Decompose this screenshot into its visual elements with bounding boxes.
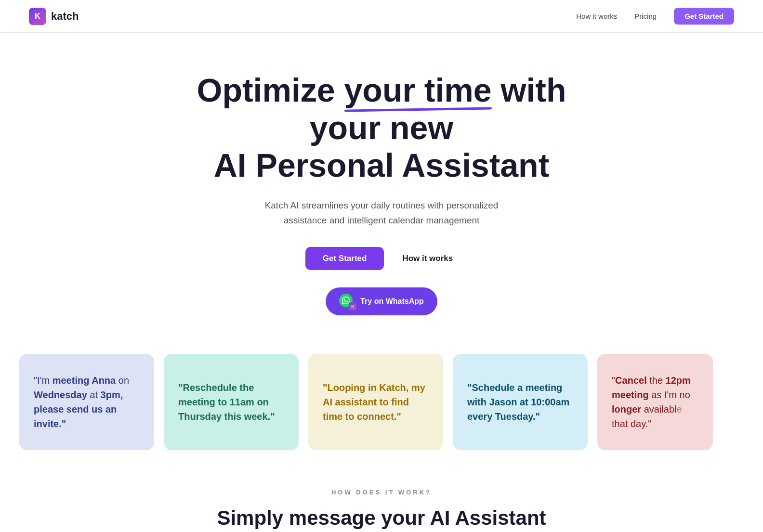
whatsapp-icon-wrapper: K (339, 294, 355, 309)
how-section-title: Simply message your AI Assistant and let… (213, 506, 550, 532)
hero-title-line2: AI Personal Assistant (214, 147, 550, 183)
hero-get-started-button[interactable]: Get Started (305, 247, 384, 270)
hero-section: Optimize your time with your new AI Pers… (0, 33, 763, 344)
feature-card-1-text: "I'm meeting Anna on Wednesday at 3pm, p… (34, 373, 140, 431)
hero-how-it-works-button[interactable]: How it works (397, 247, 458, 270)
hero-title: Optimize your time with your new AI Pers… (165, 71, 598, 184)
feature-card-4: "Schedule a meeting with Jason at 10:00a… (453, 354, 588, 450)
hero-title-underline: your time (344, 71, 492, 109)
feature-card-3-text: "Looping in Katch, my AI assistant to fi… (323, 380, 429, 424)
feature-card-5-text: "Cancel the 12pm meeting as I'm no longe… (612, 373, 698, 431)
feature-cards-strip: "I'm meeting Anna on Wednesday at 3pm, p… (0, 344, 763, 460)
navbar: K katch How it works Pricing Get Started (0, 0, 763, 33)
how-it-works-section: HOW DOES IT WORK? Simply message your AI… (0, 460, 763, 532)
feature-card-2: "Reschedule the meeting to 11am on Thurs… (164, 354, 299, 450)
hero-buttons: Get Started How it works (305, 247, 458, 270)
feature-card-3: "Looping in Katch, my AI assistant to fi… (308, 354, 443, 450)
hero-subtitle: Katch AI streamlines your daily routines… (247, 198, 516, 228)
katch-mini-logo: K (349, 302, 356, 310)
logo-letter: K (35, 12, 40, 21)
nav-how-it-works[interactable]: How it works (576, 12, 617, 20)
nav-links: How it works Pricing Get Started (576, 8, 734, 25)
feature-card-5: "Cancel the 12pm meeting as I'm no longe… (597, 354, 713, 450)
feature-card-1: "I'm meeting Anna on Wednesday at 3pm, p… (19, 354, 154, 450)
logo-icon: K (29, 8, 46, 25)
whatsapp-button[interactable]: K Try on WhatsApp (326, 287, 437, 315)
logo-text: katch (51, 10, 79, 23)
feature-card-2-text: "Reschedule the meeting to 11am on Thurs… (178, 380, 284, 424)
feature-card-4-text: "Schedule a meeting with Jason at 10:00a… (467, 380, 573, 424)
whatsapp-button-label: Try on WhatsApp (360, 297, 424, 306)
nav-pricing[interactable]: Pricing (634, 12, 657, 20)
logo-area: K katch (29, 8, 79, 25)
nav-get-started-button[interactable]: Get Started (674, 8, 734, 25)
how-section-eyebrow: HOW DOES IT WORK? (19, 489, 744, 496)
